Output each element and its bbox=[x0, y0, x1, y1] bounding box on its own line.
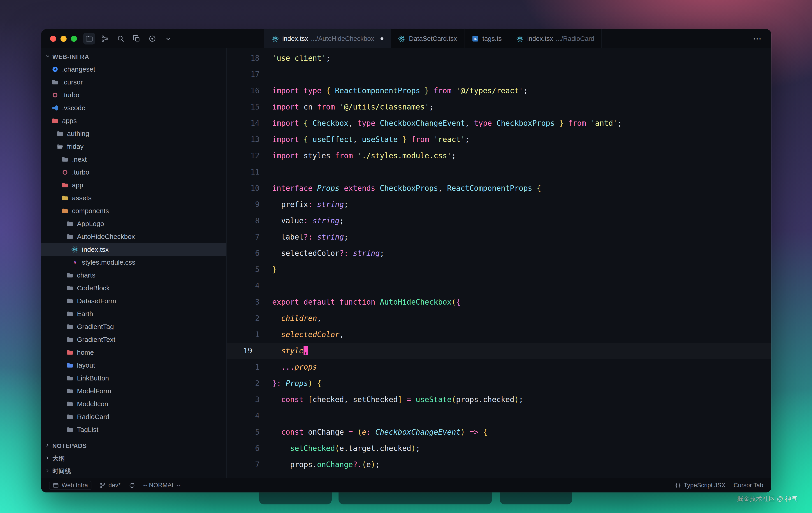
tree-item-index.tsx[interactable]: index.tsx bbox=[41, 243, 226, 256]
tree-item-AppLogo[interactable]: AppLogo bbox=[41, 217, 226, 230]
folder-icon[interactable] bbox=[83, 33, 95, 45]
code-line[interactable]: 9 prefix: string; bbox=[227, 196, 772, 213]
status-dev-[interactable]: dev* bbox=[99, 482, 121, 489]
code-line[interactable]: 17 bbox=[227, 66, 772, 83]
tree-item-components[interactable]: components bbox=[41, 204, 226, 217]
tree-item-friday[interactable]: friday bbox=[41, 140, 226, 153]
tree-item-apps[interactable]: apps bbox=[41, 114, 226, 127]
line-number[interactable]: 4 bbox=[227, 278, 261, 294]
code-line[interactable]: 5} bbox=[227, 261, 772, 278]
line-number[interactable]: 13 bbox=[227, 132, 261, 148]
line-number[interactable]: 10 bbox=[227, 180, 261, 196]
search-icon[interactable] bbox=[115, 33, 126, 45]
tree-item-.changeset[interactable]: .changeset bbox=[41, 63, 226, 76]
tree-item-Earth[interactable]: Earth bbox=[41, 307, 226, 320]
line-number[interactable]: 6 bbox=[227, 245, 261, 261]
code-line[interactable]: 14import { Checkbox, type CheckboxChange… bbox=[227, 115, 772, 132]
tree-item-.next[interactable]: .next bbox=[41, 153, 226, 166]
code-line[interactable]: 7 label?: string; bbox=[227, 229, 772, 245]
code-line[interactable]: 3 const [checked, setChecked] = useState… bbox=[227, 392, 772, 408]
status--normal-[interactable]: -- NORMAL -- bbox=[143, 482, 180, 489]
tab-DataSetCard.tsx[interactable]: DataSetCard.tsx bbox=[391, 29, 464, 48]
tree-item-RadioCard[interactable]: RadioCard bbox=[41, 410, 226, 423]
line-number[interactable]: 5 bbox=[227, 424, 261, 440]
line-number[interactable]: 1 bbox=[227, 326, 261, 343]
code-line[interactable]: 3export default function AutoHideCheckbo… bbox=[227, 294, 772, 310]
line-number[interactable]: 8 bbox=[227, 213, 261, 229]
code-line[interactable]: 5 const onChange = (e: CheckboxChangeEve… bbox=[227, 424, 772, 440]
line-number[interactable]: 5 bbox=[227, 261, 261, 278]
status-typescript-jsx[interactable]: TypeScript JSX bbox=[675, 482, 726, 489]
tab-index.tsx[interactable]: index.tsx.../RadioCard bbox=[509, 29, 602, 48]
line-number[interactable]: 19 bbox=[227, 343, 261, 359]
code-line[interactable]: 11 bbox=[227, 164, 772, 180]
chevron-down-icon[interactable] bbox=[162, 33, 174, 45]
tree-item-TagList[interactable]: TagList bbox=[41, 423, 226, 436]
close-button[interactable] bbox=[50, 36, 56, 42]
tree-item-DatasetForm[interactable]: DatasetForm bbox=[41, 294, 226, 307]
code-line[interactable]: 10interface Props extends CheckboxProps,… bbox=[227, 180, 772, 196]
code-editor[interactable]: 18'use client';1716import type { ReactCo… bbox=[227, 48, 772, 478]
status-cursor-tab[interactable]: Cursor Tab bbox=[733, 482, 763, 489]
line-number[interactable]: 4 bbox=[227, 408, 261, 424]
code-line[interactable]: 12import styles from './styles.module.cs… bbox=[227, 148, 772, 164]
line-number[interactable]: 6 bbox=[227, 440, 261, 457]
copy-icon[interactable] bbox=[131, 33, 142, 45]
tree-item-styles.module.css[interactable]: #styles.module.css bbox=[41, 256, 226, 269]
tree-item-authing[interactable]: authing bbox=[41, 127, 226, 140]
code-line[interactable]: 19 style, bbox=[227, 343, 772, 359]
line-number[interactable]: 15 bbox=[227, 99, 261, 115]
tree-item-layout[interactable]: layout bbox=[41, 359, 226, 372]
tree-item-home[interactable]: home bbox=[41, 346, 226, 359]
status-web-infra[interactable]: Web Infra bbox=[49, 481, 91, 490]
minimize-button[interactable] bbox=[60, 36, 66, 42]
flow-icon[interactable] bbox=[99, 33, 111, 45]
tree-item-.turbo[interactable]: .turbo bbox=[41, 166, 226, 179]
line-number[interactable]: 18 bbox=[227, 50, 261, 66]
line-number[interactable]: 9 bbox=[227, 196, 261, 213]
tab-index.tsx[interactable]: index.tsx.../AutoHideCheckbox bbox=[264, 29, 391, 48]
line-number[interactable]: 7 bbox=[227, 229, 261, 245]
code-line[interactable]: 18'use client'; bbox=[227, 50, 772, 66]
line-number[interactable]: 12 bbox=[227, 148, 261, 164]
record-icon[interactable] bbox=[146, 33, 158, 45]
line-number[interactable]: 11 bbox=[227, 164, 261, 180]
code-line[interactable]: 13import { useEffect, useState } from 'r… bbox=[227, 132, 772, 148]
tree-item-app[interactable]: app bbox=[41, 179, 226, 192]
tree-item-.vscode[interactable]: .vscode bbox=[41, 102, 226, 114]
tree-item-assets[interactable]: assets bbox=[41, 192, 226, 204]
code-line[interactable]: 7 props.onChange?.(e); bbox=[227, 457, 772, 473]
tree-item-GradientTag[interactable]: GradientTag bbox=[41, 320, 226, 333]
code-line[interactable]: 6 setChecked(e.target.checked); bbox=[227, 440, 772, 457]
section-NOTEPADS[interactable]: NOTEPADS bbox=[41, 439, 226, 452]
tree-item-ModelForm[interactable]: ModelForm bbox=[41, 384, 226, 397]
code-line[interactable]: 1 selectedColor, bbox=[227, 326, 772, 343]
line-number[interactable]: 3 bbox=[227, 294, 261, 310]
explorer-root-header[interactable]: WEB-INFRA bbox=[41, 51, 226, 63]
tree-item-.turbo[interactable]: .turbo bbox=[41, 88, 226, 102]
tree-item-LinkButton[interactable]: LinkButton bbox=[41, 372, 226, 384]
tree-item-AutoHideCheckbox[interactable]: AutoHideCheckbox bbox=[41, 230, 226, 243]
line-number[interactable]: 3 bbox=[227, 392, 261, 408]
line-number[interactable]: 7 bbox=[227, 457, 261, 473]
tree-item-charts[interactable]: charts bbox=[41, 269, 226, 282]
tab-tags.ts[interactable]: TStags.ts bbox=[464, 29, 509, 48]
line-number[interactable]: 14 bbox=[227, 115, 261, 132]
tree-item-.cursor[interactable]: .cursor bbox=[41, 76, 226, 88]
line-number[interactable]: 1 bbox=[227, 359, 261, 375]
tree-item-GradientText[interactable]: GradientText bbox=[41, 333, 226, 346]
code-line[interactable]: 4 bbox=[227, 278, 772, 294]
code-line[interactable]: 15import cn from '@/utils/classnames'; bbox=[227, 99, 772, 115]
code-line[interactable]: 2 children, bbox=[227, 310, 772, 326]
code-line[interactable]: 1 ...props bbox=[227, 359, 772, 375]
code-line[interactable]: 4 bbox=[227, 408, 772, 424]
section-大纲[interactable]: 大纲 bbox=[41, 452, 226, 465]
tabs-overflow-button[interactable]: ⋯ bbox=[753, 29, 761, 48]
tree-item-CodeBlock[interactable]: CodeBlock bbox=[41, 282, 226, 294]
line-number[interactable]: 2 bbox=[227, 375, 261, 392]
section-时间线[interactable]: 时间线 bbox=[41, 465, 226, 478]
code-line[interactable]: 8 value: string; bbox=[227, 213, 772, 229]
line-number[interactable]: 17 bbox=[227, 66, 261, 83]
code-line[interactable]: 2}: Props) { bbox=[227, 375, 772, 392]
line-number[interactable]: 16 bbox=[227, 83, 261, 99]
